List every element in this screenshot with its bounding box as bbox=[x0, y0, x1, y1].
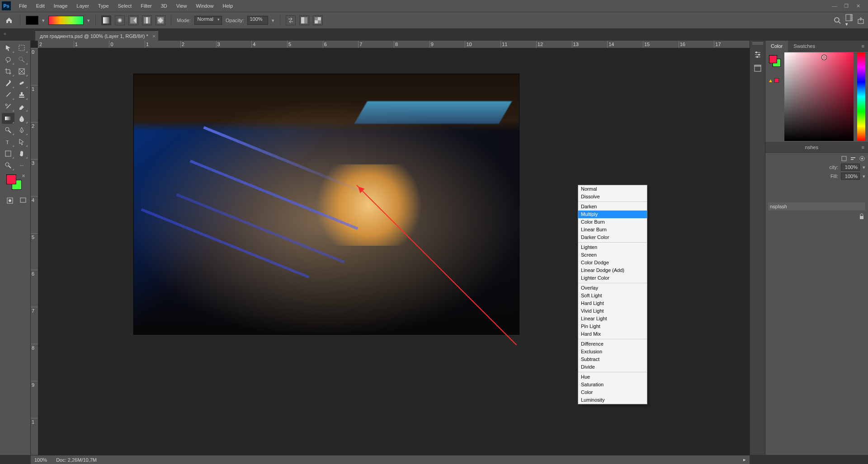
dither-button[interactable] bbox=[299, 15, 309, 25]
zoom-tool[interactable] bbox=[2, 160, 14, 171]
gamut-warning[interactable]: ▲ bbox=[768, 78, 779, 83]
menu-window[interactable]: Window bbox=[191, 0, 218, 12]
maximize-button[interactable]: ❐ bbox=[842, 2, 851, 9]
transform-icon[interactable] bbox=[841, 155, 847, 162]
frame-tool[interactable] bbox=[15, 66, 28, 77]
align-icon[interactable] bbox=[850, 155, 856, 162]
workspace-button[interactable]: ▾ bbox=[845, 14, 853, 27]
reverse-button[interactable] bbox=[286, 15, 296, 25]
edit-toolbar[interactable]: ··· bbox=[15, 160, 28, 171]
blend-mode-vivid-light[interactable]: Vivid Light bbox=[578, 307, 647, 315]
move-tool[interactable] bbox=[2, 42, 14, 53]
menu-select[interactable]: Select bbox=[113, 0, 137, 12]
heal-tool[interactable] bbox=[15, 78, 28, 89]
transparency-button[interactable] bbox=[313, 15, 323, 25]
menu-edit[interactable]: Edit bbox=[32, 0, 49, 12]
linear-gradient-button[interactable] bbox=[101, 15, 111, 25]
blend-mode-hue[interactable]: Hue bbox=[578, 373, 647, 381]
blend-mode-lighter-color[interactable]: Lighter Color bbox=[578, 274, 647, 282]
blend-mode-dissolve[interactable]: Dissolve bbox=[578, 193, 647, 201]
panel-fgbg[interactable] bbox=[769, 55, 781, 67]
panel-menu-icon[interactable]: ≡ bbox=[858, 43, 868, 49]
blend-mode-difference[interactable]: Difference bbox=[578, 340, 647, 348]
blend-mode-pin-light[interactable]: Pin Light bbox=[578, 323, 647, 330]
status-chevron-icon[interactable]: ▸ bbox=[743, 457, 746, 463]
blend-mode-darken[interactable]: Darken bbox=[578, 203, 647, 211]
zoom-level[interactable]: 100% bbox=[34, 457, 47, 463]
search-icon[interactable] bbox=[834, 17, 841, 24]
foreground-swatch[interactable] bbox=[26, 16, 38, 25]
adjustments-icon[interactable] bbox=[752, 49, 764, 61]
blend-mode-multiply[interactable]: Multiply bbox=[578, 211, 647, 218]
blend-mode-linear-burn[interactable]: Linear Burn bbox=[578, 226, 647, 234]
blend-mode-hard-mix[interactable]: Hard Mix bbox=[578, 330, 647, 338]
menu-filter[interactable]: Filter bbox=[136, 0, 156, 12]
mode-select[interactable]: Normal bbox=[194, 16, 222, 25]
mask-icon[interactable] bbox=[859, 155, 865, 162]
reflected-gradient-button[interactable] bbox=[142, 15, 152, 25]
gradient-tool[interactable] bbox=[2, 113, 14, 124]
blend-mode-darker-color[interactable]: Darker Color bbox=[578, 234, 647, 241]
tab-swatches[interactable]: Swatches bbox=[788, 41, 821, 52]
close-tab-icon[interactable]: × bbox=[152, 33, 155, 39]
blend-mode-hard-light[interactable]: Hard Light bbox=[578, 300, 647, 307]
color-swatches[interactable]: ⤭ bbox=[6, 174, 24, 192]
radial-gradient-button[interactable] bbox=[115, 15, 125, 25]
pen-tool[interactable] bbox=[15, 125, 28, 136]
stamp-tool[interactable] bbox=[15, 89, 28, 100]
panel-menu-icon[interactable]: ≡ bbox=[858, 145, 868, 150]
shape-tool[interactable] bbox=[2, 148, 14, 159]
lasso-tool[interactable] bbox=[2, 54, 14, 65]
menu-help[interactable]: Help bbox=[218, 0, 238, 12]
blend-mode-divide[interactable]: Divide bbox=[578, 363, 647, 371]
dodge-tool[interactable] bbox=[2, 125, 14, 136]
blend-mode-color[interactable]: Color bbox=[578, 389, 647, 396]
tab-brushes-partial[interactable]: nshes bbox=[800, 142, 824, 153]
layer-fill-value[interactable]: 100% bbox=[841, 173, 860, 180]
blend-mode-saturation[interactable]: Saturation bbox=[578, 381, 647, 389]
lock-icon[interactable] bbox=[859, 213, 864, 220]
path-select-tool[interactable] bbox=[15, 136, 28, 147]
blend-mode-color-dodge[interactable]: Color Dodge bbox=[578, 259, 647, 267]
blend-mode-dropdown[interactable]: NormalDissolveDarkenMultiplyColor BurnLi… bbox=[578, 185, 647, 404]
eraser-tool[interactable] bbox=[15, 101, 28, 112]
blend-mode-exclusion[interactable]: Exclusion bbox=[578, 348, 647, 356]
properties-icon[interactable] bbox=[752, 62, 764, 74]
color-field[interactable] bbox=[784, 52, 854, 141]
foreground-color[interactable] bbox=[6, 174, 16, 184]
swap-colors-icon[interactable]: ⤭ bbox=[22, 173, 25, 178]
diamond-gradient-button[interactable] bbox=[156, 15, 165, 25]
brush-tool[interactable] bbox=[2, 89, 14, 100]
blur-tool[interactable] bbox=[15, 113, 28, 124]
menu-layer[interactable]: Layer bbox=[72, 0, 94, 12]
tab-color[interactable]: Color bbox=[765, 41, 788, 52]
document-tab[interactable]: для градиента.psd @ 100% (Layer 1, RGB/8… bbox=[35, 31, 158, 41]
blend-mode-linear-light[interactable]: Linear Light bbox=[578, 315, 647, 323]
marquee-tool[interactable] bbox=[15, 42, 28, 53]
blend-mode-overlay[interactable]: Overlay bbox=[578, 284, 647, 292]
history-brush-tool[interactable] bbox=[2, 101, 14, 112]
type-tool[interactable]: T bbox=[2, 136, 14, 147]
quickmask-button[interactable] bbox=[5, 195, 16, 206]
angle-gradient-button[interactable] bbox=[128, 15, 138, 25]
minimize-button[interactable]: — bbox=[830, 2, 839, 9]
gradient-preview[interactable] bbox=[48, 16, 84, 25]
blend-mode-luminosity[interactable]: Luminosity bbox=[578, 396, 647, 404]
menu-view[interactable]: View bbox=[172, 0, 192, 12]
crop-tool[interactable] bbox=[2, 66, 14, 77]
share-icon[interactable] bbox=[857, 17, 864, 24]
hand-tool[interactable] bbox=[15, 148, 28, 159]
blend-mode-normal[interactable]: Normal bbox=[578, 185, 647, 193]
hue-slider[interactable] bbox=[857, 52, 865, 141]
blend-mode-subtract[interactable]: Subtract bbox=[578, 356, 647, 363]
layer-opacity-value[interactable]: 100% bbox=[841, 164, 860, 171]
layer-row[interactable]: nsplash bbox=[768, 202, 865, 211]
blend-mode-linear-dodge-add-[interactable]: Linear Dodge (Add) bbox=[578, 267, 647, 274]
close-button[interactable]: ✕ bbox=[854, 2, 863, 9]
blend-mode-soft-light[interactable]: Soft Light bbox=[578, 292, 647, 300]
opacity-input[interactable]: 100% bbox=[247, 16, 268, 25]
blend-mode-color-burn[interactable]: Color Burn bbox=[578, 218, 647, 226]
blend-mode-lighten[interactable]: Lighten bbox=[578, 244, 647, 251]
home-button[interactable] bbox=[4, 15, 14, 26]
menu-type[interactable]: Type bbox=[94, 0, 113, 12]
